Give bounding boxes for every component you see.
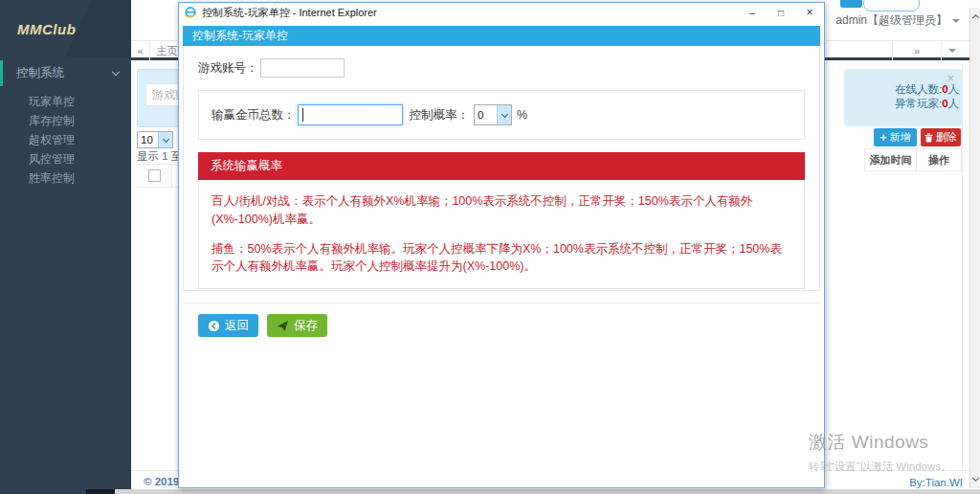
online-stats: 在线人数:0人 异常玩家:0人 (895, 82, 959, 111)
window-controls: – □ × (738, 3, 824, 22)
windows-activation-watermark: 激活 Windows 转到“设置”以激活 Windows。 (809, 430, 952, 474)
sidebar-item-control-system[interactable]: 控制系统 (0, 60, 131, 86)
notice-panel: 系统输赢概率 百人/街机/对战：表示个人有额外X%机率输；100%表示系统不控制… (198, 152, 805, 289)
sidebar-item-player-control[interactable]: 玩家单控 (0, 92, 131, 111)
content-border (962, 63, 963, 470)
select-arrow-icon (158, 132, 172, 147)
watermark-line-2: 转到“设置”以激活 Windows。 (809, 460, 952, 474)
notice-line-2: 捕鱼：50%表示个人有额外机率输。玩家个人控概率下降为X%；100%表示系统不控… (212, 240, 791, 277)
page-size-value: 10 (138, 132, 158, 147)
toolbar-fragment-button (840, 0, 862, 8)
sidebar-item-risk-control[interactable]: 风控管理 (0, 149, 131, 168)
caret-down-icon (948, 49, 956, 53)
watermark-line-1: 激活 Windows (809, 430, 952, 455)
text-cursor (302, 108, 303, 122)
sidebar: MMClub 控制系统 玩家单控 库存控制 超权管理 风控管理 胜率控制 (0, 0, 131, 494)
sidebar-menu-label: 控制系统 (16, 65, 64, 81)
select-all-cell (137, 165, 172, 187)
double-chevron-right-icon: » (914, 45, 920, 56)
column-header-actions: 操作 (917, 149, 961, 170)
admin-dropdown[interactable]: admin【超级管理员】 (835, 12, 960, 29)
admin-label: admin【超级管理员】 (835, 12, 947, 29)
save-button[interactable]: 保存 (267, 314, 327, 337)
column-header-add-time[interactable]: 添加时间 (865, 149, 917, 170)
delete-button-label: 删除 (936, 130, 957, 145)
abnormal-player-label: 异常玩家: (895, 98, 942, 109)
delete-button[interactable]: 删除 (921, 128, 961, 146)
app-logo: MMClub (0, 0, 131, 57)
notice-body: 百人/街机/对战：表示个人有额外X%机率输；100%表示系统不控制，正常开奖；1… (198, 180, 805, 289)
account-input[interactable] (260, 58, 345, 78)
total-input-wrap (298, 104, 403, 125)
select-all-checkbox[interactable] (148, 169, 161, 182)
circle-arrow-left-icon (208, 320, 220, 332)
scroll-up-icon[interactable] (972, 14, 979, 21)
window-title: 控制系统-玩家单控 - Internet Explorer (202, 6, 377, 20)
sidebar-submenu: 玩家单控 库存控制 超权管理 风控管理 胜率控制 (0, 86, 131, 188)
notice-line-1: 百人/街机/对战：表示个人有额外X%机率输；100%表示系统不控制，正常开奖；1… (212, 192, 791, 229)
sidebar-item-inventory-control[interactable]: 库存控制 (0, 111, 131, 130)
add-button[interactable]: + 新增 (874, 128, 917, 146)
probability-select[interactable]: 0 (474, 104, 512, 125)
divider (184, 303, 819, 303)
panel-title: 控制系统-玩家单控 (183, 26, 820, 46)
online-count-label: 在线人数: (895, 83, 942, 95)
page-size-select[interactable]: 10 (137, 131, 173, 148)
sidebar-item-super-auth[interactable]: 超权管理 (0, 130, 131, 149)
percent-suffix: % (517, 108, 527, 122)
trash-icon (924, 133, 933, 143)
paper-plane-icon (277, 320, 289, 332)
probability-label: 控制概率： (410, 107, 470, 124)
select-arrow-icon (497, 105, 511, 124)
total-label: 输赢金币总数： (212, 107, 296, 124)
table-header-right: 添加时间 操作 (864, 148, 962, 171)
probability-value: 0 (475, 105, 497, 124)
total-input[interactable] (298, 104, 403, 125)
close-button[interactable]: × (795, 3, 824, 22)
double-chevron-left-icon: « (137, 45, 143, 56)
ie-icon (184, 6, 197, 19)
back-button-label: 返回 (225, 318, 249, 334)
online-count-line: 在线人数:0人 (895, 82, 959, 97)
ie-window: 控制系统-玩家单控 - Internet Explorer – □ × 控制系统… (178, 2, 825, 488)
caret-down-icon (952, 19, 960, 23)
author-link[interactable]: By:Tian.WI (909, 477, 963, 488)
sidebar-item-winrate-control[interactable]: 胜率控制 (0, 168, 131, 188)
chevron-down-icon (112, 68, 120, 76)
abnormal-player-suffix: 人 (948, 98, 960, 109)
button-row: 返回 保存 (198, 314, 805, 337)
save-button-label: 保存 (294, 318, 318, 334)
screen: MMClub 控制系统 玩家单控 库存控制 超权管理 风控管理 胜率控制 adm… (0, 0, 980, 494)
online-stats-panel: × 在线人数:0人 异常玩家:0人 (844, 69, 962, 126)
add-button-label: 新增 (890, 130, 911, 145)
back-button[interactable]: 返回 (198, 314, 258, 337)
account-label: 游戏账号： (198, 60, 258, 77)
maximize-button[interactable]: □ (767, 3, 795, 22)
bottom-edge-dark (86, 489, 115, 494)
tabs-forward-button[interactable]: » (892, 41, 941, 60)
panel-body: 游戏账号： 输赢金币总数： 控制概率： 0 % 系统输赢概率 (183, 46, 820, 291)
tabs-collapse-button[interactable]: « (131, 41, 150, 60)
page-scrollbar[interactable] (969, 8, 980, 488)
window-titlebar[interactable]: 控制系统-玩家单控 - Internet Explorer – □ × (179, 3, 824, 22)
bottom-edge-strip (115, 489, 980, 494)
toolbar-fragment-input (863, 0, 920, 11)
online-count-suffix: 人 (948, 83, 960, 95)
tabs-menu-button[interactable] (941, 41, 962, 60)
scroll-down-icon[interactable] (972, 475, 979, 482)
abnormal-player-line: 异常玩家:0人 (895, 97, 959, 111)
plus-icon: + (880, 132, 886, 144)
account-row: 游戏账号： (198, 58, 805, 78)
copyright-text: © 2019 (144, 476, 179, 487)
minimize-button[interactable]: – (738, 3, 767, 22)
notice-header: 系统输赢概率 (198, 152, 805, 180)
control-row: 输赢金币总数： 控制概率： 0 % (198, 90, 805, 140)
